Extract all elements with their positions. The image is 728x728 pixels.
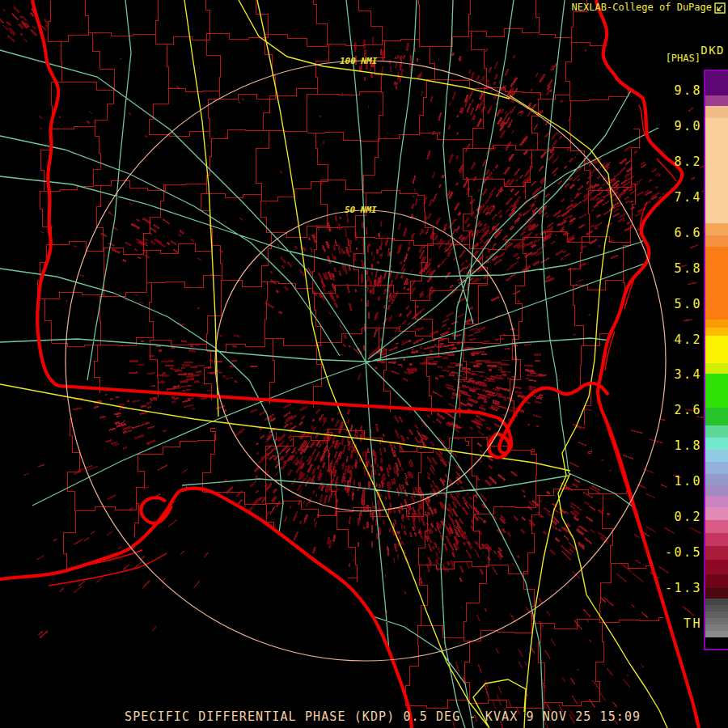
expand-icon[interactable] <box>714 2 726 14</box>
colorbar-segment <box>705 450 728 462</box>
colorbar-segment <box>705 507 728 520</box>
scale-label: 2.6 <box>637 403 702 417</box>
scale-label: 8.2 <box>637 154 702 169</box>
scale-label: 1.8 <box>637 438 702 453</box>
scale-label: 0.2 <box>637 510 702 524</box>
colorbar-segment <box>705 624 728 631</box>
colorbar-segment <box>705 533 728 546</box>
colorbar-segment <box>705 336 728 363</box>
colorbar-segment <box>705 612 728 618</box>
scale-label: -0.5 <box>637 545 702 560</box>
colorbar-segment <box>705 588 728 599</box>
colorbar-segment <box>705 320 728 328</box>
colorbar <box>704 70 728 650</box>
colorbar-segment <box>705 605 728 612</box>
status-bar: SPECIFIC DIFFERENTIAL PHASE (KDP) 0.5 DE… <box>125 709 641 724</box>
product-phase-label: [PHAS] <box>666 53 700 64</box>
colorbar-segment <box>705 462 728 474</box>
colorbar-segment <box>705 637 728 649</box>
colorbar-segment <box>705 95 728 106</box>
colorbar-segment <box>705 247 728 320</box>
colorbar-segment <box>705 408 728 425</box>
colorbar-segment <box>705 618 728 624</box>
scale-label: 5.0 <box>637 297 702 311</box>
scale-label: 1.0 <box>637 474 702 489</box>
colorbar-segment <box>705 560 728 574</box>
scale-label: 5.8 <box>637 261 702 276</box>
colorbar-segment <box>705 118 728 223</box>
colorbar-segment <box>705 363 728 374</box>
source-credit: NEXLAB-College of DuPage <box>572 2 712 13</box>
colorbar-segment <box>705 71 728 95</box>
scale-label: -1.3 <box>637 581 702 595</box>
colorbar-segment <box>705 574 728 588</box>
scale-label: TH <box>637 616 702 631</box>
scale-label: 9.8 <box>637 83 702 98</box>
colorbar-segment <box>705 631 728 637</box>
colorbar-segment <box>705 438 728 450</box>
scale-label: 7.4 <box>637 190 702 205</box>
radar-map <box>0 0 728 728</box>
roads-secondary <box>0 0 728 728</box>
scale-label: 6.6 <box>637 226 702 240</box>
colorbar-segment <box>705 485 728 496</box>
scale-label: 4.2 <box>637 332 702 347</box>
colorbar-segment <box>705 599 728 605</box>
range-ring-label-50nmi: 50 NMI <box>345 205 377 215</box>
colorbar-segment <box>705 328 728 336</box>
radar-display: 9.89.08.27.46.65.85.04.23.42.61.81.00.2-… <box>0 0 728 728</box>
product-code: DKD <box>700 44 725 57</box>
colorbar-segment <box>705 546 728 560</box>
colorbar-segment <box>705 223 728 235</box>
sea-clutter-layer <box>23 108 728 728</box>
colorbar-segment <box>705 496 728 507</box>
colorbar-segment <box>705 474 728 485</box>
scale-label: 3.4 <box>637 367 702 382</box>
scale-label: 9.0 <box>637 119 702 133</box>
colorbar-segment <box>705 106 728 118</box>
colorbar-segment <box>705 520 728 533</box>
colorbar-segment <box>705 425 728 438</box>
range-ring-label-100nmi: 100 NMI <box>340 56 377 66</box>
colorbar-segment <box>705 374 728 408</box>
roads-interstate <box>0 0 667 728</box>
colorbar-segment <box>705 235 728 247</box>
radar-echo-layer <box>0 6 692 697</box>
